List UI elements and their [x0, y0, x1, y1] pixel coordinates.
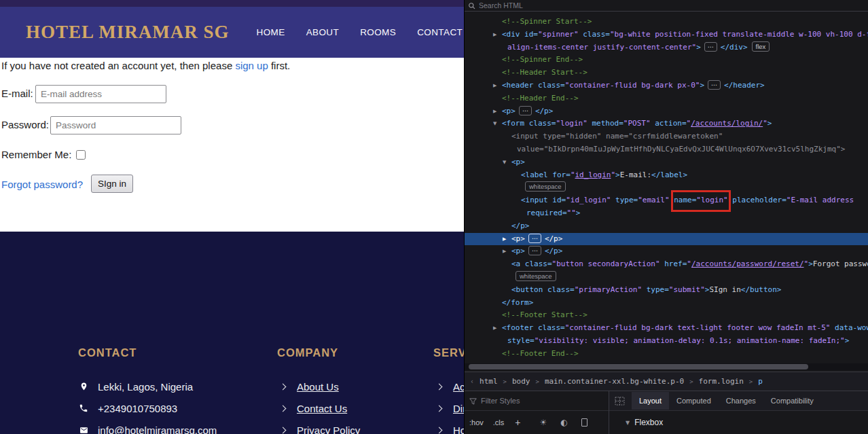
tab-changes[interactable]: Changes — [719, 392, 763, 410]
markup-line[interactable]: whitespace — [465, 181, 868, 194]
print-simulation-icon[interactable] — [581, 418, 587, 427]
footer-link[interactable]: About Us — [297, 381, 339, 393]
markup-line[interactable]: required=""> — [465, 207, 868, 220]
chevron-right-icon — [277, 428, 288, 433]
email-field[interactable] — [35, 85, 166, 103]
markup-line[interactable]: ▶<footer class="container-fluid bg-dark … — [465, 322, 868, 335]
dark-scheme-icon[interactable]: ◐ — [560, 418, 567, 427]
flexbox-section-header: ▼ Flexbox — [609, 411, 868, 434]
light-scheme-icon[interactable]: ☀ — [539, 418, 547, 427]
code-tag-segment: </button> — [741, 285, 782, 294]
code-attr-segment: required= — [526, 209, 567, 217]
code-attr-segment: type= — [611, 196, 638, 204]
add-rule-button[interactable]: + — [515, 417, 520, 428]
pseudo-class-button[interactable]: :hov — [469, 418, 484, 427]
signup-hint: If you have not created an account yet, … — [1, 60, 290, 71]
signup-link[interactable]: sign up — [235, 60, 268, 71]
breadcrumb-item-main[interactable]: main.container-xxl.bg-white.p-0 — [545, 377, 684, 386]
markup-line[interactable]: ▶<div id="spinner" class="bg-white posit… — [465, 29, 868, 41]
markup-line[interactable]: <!--Header Start--> — [465, 67, 868, 79]
expand-arrow-icon[interactable]: ▶ — [493, 322, 496, 335]
markup-line[interactable]: <input type="hidden" name="csrfmiddlewar… — [465, 130, 868, 143]
markup-line[interactable]: value="bIkDrpn40mIuJpWyImtHfhDyNLCyaEdvQ… — [465, 143, 868, 156]
tab-computed[interactable]: Computed — [669, 392, 719, 410]
code-str-segment: " — [687, 259, 691, 268]
footer-link[interactable]: Contact Us — [297, 403, 347, 414]
markup-line[interactable]: <input id="id_login" type="email" name="… — [465, 194, 868, 207]
grid-inspector-icon[interactable] — [615, 397, 625, 405]
password-field[interactable] — [50, 116, 181, 134]
code-cmt-segment: <!--Header End--> — [502, 94, 579, 103]
markup-line[interactable]: ▶<p>⋯</p> — [465, 245, 868, 258]
markup-line[interactable]: whitespace — [465, 271, 868, 284]
chevron-right-icon — [433, 406, 444, 411]
code-link-segment: id_login — [575, 170, 611, 179]
forgot-password-link[interactable]: Forgot password? — [1, 179, 83, 190]
markup-line[interactable]: <!--Spinner Start--> — [465, 16, 868, 29]
footer-link[interactable]: Privacy Policy — [297, 424, 360, 434]
footer-column-contact: CONTACTLekki, Lagos, Nigeria+23490107508… — [78, 346, 217, 434]
markup-line[interactable]: <!--Footer Start--> — [465, 309, 868, 322]
markup-line[interactable]: <!--Header End--> — [465, 92, 868, 105]
expand-arrow-icon[interactable]: ▶ — [493, 79, 496, 92]
remember-me-checkbox[interactable] — [76, 150, 86, 160]
markup-line[interactable]: ▼<p> — [465, 156, 868, 169]
code-plain-segment: Forgot password? — [813, 259, 868, 268]
markup-line[interactable]: <!--Spinner End--> — [465, 54, 868, 67]
expand-arrow-icon[interactable]: ▶ — [493, 29, 496, 41]
code-str-segment: "submit" — [669, 285, 705, 294]
code-str-segment: " — [763, 119, 767, 128]
horizontal-scrollbar[interactable] — [465, 363, 868, 370]
markup-line[interactable]: style="visibility: visible; animation-de… — [465, 335, 868, 348]
search-html-input[interactable] — [479, 1, 865, 10]
code-ws-segment: whitespace — [516, 271, 556, 281]
nav-item-contact[interactable]: CONTACT — [417, 27, 463, 37]
filter-styles-input[interactable] — [481, 397, 604, 405]
code-attr-segment: method= — [587, 119, 623, 128]
sign-in-button[interactable]: SIgn in — [91, 175, 133, 193]
expand-arrow-icon[interactable]: ▶ — [493, 105, 496, 118]
markup-line[interactable]: <!--Footer End--> — [465, 348, 868, 361]
breadcrumb-item-body[interactable]: body — [512, 377, 530, 386]
breadcrumb-item-html[interactable]: html — [480, 377, 498, 386]
expand-arrow-icon[interactable]: ▶ — [503, 233, 506, 246]
code-attr-segment: name= — [674, 196, 696, 204]
code-tag-segment: <p> — [511, 247, 525, 255]
code-ell-segment: ⋯ — [528, 234, 541, 243]
code-ws-segment: whitespace — [525, 181, 566, 192]
horizontal-scrollbar-thumb[interactable] — [469, 364, 808, 369]
markup-line[interactable]: align-items-center justify-content-cente… — [465, 41, 868, 54]
markup-line[interactable]: ▶<p>⋯</p> — [465, 105, 868, 118]
footer-item: About Us — [277, 376, 360, 397]
collapse-arrow-icon[interactable]: ▼ — [493, 117, 496, 130]
markup-line[interactable]: ▼<form class="login" method="POST" actio… — [465, 117, 868, 130]
search-icon — [468, 0, 475, 12]
tab-compatibility[interactable]: Compatibility — [763, 392, 821, 410]
breadcrumb-item-form[interactable]: form.login — [699, 377, 744, 386]
markup-line[interactable]: <a class="button secondaryAction" href="… — [465, 258, 868, 271]
nav-item-about[interactable]: ABOUT — [306, 27, 340, 37]
markup-line[interactable]: <label for="id_login">E-mail:</label> — [465, 169, 868, 182]
code-tag-segment: > — [767, 119, 772, 128]
expand-arrow-icon[interactable]: ▶ — [503, 245, 506, 258]
nav-item-home[interactable]: HOME — [257, 27, 285, 37]
code-ell-segment: ⋯ — [708, 80, 721, 90]
tab-layout[interactable]: Layout — [632, 392, 669, 410]
markup-line[interactable]: </p> — [465, 220, 868, 233]
chevron-down-icon[interactable]: ▼ — [626, 420, 630, 426]
breadcrumb-item-p[interactable]: p — [758, 377, 763, 386]
breadcrumb-separator: > — [535, 378, 539, 385]
markup-line[interactable]: </form> — [465, 297, 868, 310]
markup-line[interactable]: <button class="primaryAction" type="subm… — [465, 284, 868, 297]
nav-item-rooms[interactable]: ROOMS — [360, 27, 396, 37]
markup-line-selected[interactable]: ▶<p>⋯</p> — [465, 233, 868, 246]
code-str-segment: "id_login" — [566, 196, 611, 204]
code-cmt-segment: <!--Header Start--> — [502, 68, 587, 77]
code-ell-segment: ⋯ — [704, 42, 717, 52]
breadcrumb-scroll-left-icon[interactable]: ‹ — [470, 378, 474, 385]
brand-logo[interactable]: HOTEL MIRAMAR SG — [26, 22, 230, 43]
class-toggle-button[interactable]: .cls — [493, 418, 505, 427]
markup-line[interactable]: ▶<header class="container-fluid bg-dark … — [465, 79, 868, 92]
collapse-arrow-icon[interactable]: ▼ — [503, 156, 506, 169]
code-attr-segment: placeholder= — [732, 196, 786, 204]
